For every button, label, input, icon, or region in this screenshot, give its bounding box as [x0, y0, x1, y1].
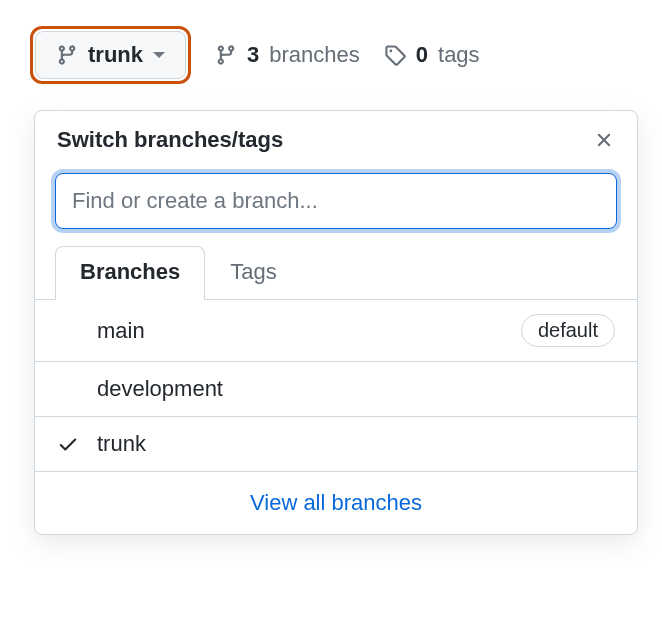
branch-selector-label: trunk [88, 42, 143, 68]
git-branch-icon [56, 44, 78, 66]
branch-selector-highlight: trunk [30, 26, 191, 84]
branches-label: branches [269, 42, 360, 68]
tags-label: tags [438, 42, 480, 68]
git-branch-icon [215, 44, 237, 66]
tag-icon [384, 44, 406, 66]
branches-link[interactable]: 3 branches [215, 42, 360, 68]
chevron-down-icon [153, 52, 165, 58]
tags-link[interactable]: 0 tags [384, 42, 480, 68]
tags-count: 0 [416, 42, 428, 68]
branches-count: 3 [247, 42, 259, 68]
branch-selector-button[interactable]: trunk [35, 31, 186, 79]
